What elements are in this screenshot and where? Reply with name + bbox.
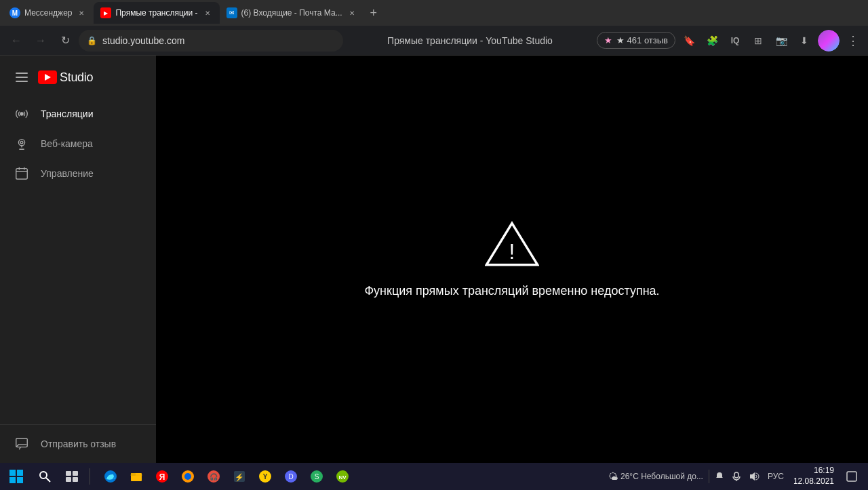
back-button[interactable]: ← bbox=[5, 30, 27, 52]
forward-button[interactable]: → bbox=[30, 30, 52, 52]
taskbar-pinned-apps: Я 🎧 ⚡ Y bbox=[98, 464, 355, 489]
sidebar-manage-label: Управление bbox=[41, 168, 94, 179]
svg-text:⚡: ⚡ bbox=[235, 472, 244, 482]
send-feedback-label: Отправить отзыв bbox=[41, 438, 116, 449]
taskbar-explorer[interactable] bbox=[124, 464, 149, 489]
messenger-favicon: M bbox=[9, 7, 20, 18]
main-content: ! Функция прямых трансляций временно нед… bbox=[156, 56, 868, 463]
tab-messenger-title: Мессенджер bbox=[24, 8, 72, 18]
review-count: ★ 461 отзыв bbox=[616, 35, 668, 45]
tab-yt-studio-title: Прямые трансляции - bbox=[115, 8, 197, 18]
tab-messenger[interactable]: M Мессенджер ✕ bbox=[3, 2, 94, 24]
tray-volume[interactable] bbox=[746, 470, 762, 483]
tab-yt-studio[interactable]: ▶ Прямые трансляции - ✕ bbox=[94, 2, 219, 24]
start-button[interactable] bbox=[3, 464, 30, 489]
screenshot-button[interactable]: 📷 bbox=[772, 31, 791, 50]
svg-rect-2 bbox=[16, 81, 28, 82]
svg-rect-20 bbox=[73, 471, 78, 476]
taskbar-separator bbox=[90, 468, 90, 485]
bookmark-button[interactable]: 🔖 bbox=[679, 31, 698, 50]
language-text: РУС bbox=[768, 472, 784, 481]
svg-text:Я: Я bbox=[159, 472, 165, 482]
warning-icon: ! bbox=[485, 220, 539, 268]
taskbar-yandex-browser[interactable]: Y bbox=[253, 464, 277, 489]
date-display: 12.08.2021 bbox=[793, 476, 834, 487]
tab-yt-studio-close[interactable]: ✕ bbox=[202, 7, 213, 18]
download-button[interactable]: ⬇ bbox=[795, 31, 814, 50]
svg-rect-14 bbox=[17, 470, 23, 476]
lock-icon: 🔒 bbox=[87, 36, 97, 45]
sidebar-item-broadcasts[interactable]: Трансляции bbox=[0, 99, 156, 129]
avatar-circle bbox=[818, 30, 840, 52]
tab-bar: M Мессенджер ✕ ▶ Прямые трансляции - ✕ ✉… bbox=[0, 0, 868, 26]
extensions-button[interactable]: 🧩 bbox=[703, 31, 722, 50]
tab-mail-close[interactable]: ✕ bbox=[347, 7, 357, 18]
time-display: 16:19 bbox=[793, 466, 834, 476]
svg-rect-42 bbox=[734, 472, 738, 478]
yt-studio-favicon: ▶ bbox=[100, 7, 111, 18]
manage-icon bbox=[14, 165, 30, 182]
svg-rect-16 bbox=[17, 477, 23, 483]
tray-separator bbox=[709, 470, 709, 483]
sidebar-nav: Трансляции Веб-камера bbox=[0, 99, 156, 424]
broadcast-icon bbox=[14, 106, 30, 122]
svg-point-29 bbox=[184, 473, 191, 480]
taskbar-headphones-app[interactable]: 🎧 bbox=[201, 464, 226, 489]
svg-text:NV: NV bbox=[338, 474, 347, 481]
svg-rect-25 bbox=[131, 473, 136, 476]
profile-avatar[interactable] bbox=[818, 30, 840, 52]
weather-tray[interactable]: 🌤 26°C Небольшой до... bbox=[606, 470, 706, 483]
svg-point-5 bbox=[20, 141, 23, 144]
webcam-icon bbox=[14, 136, 30, 152]
browser-actions: ★ ★ 461 отзыв 🔖 🧩 IQ ⊞ 📷 ⬇ ⋮ bbox=[597, 30, 863, 52]
feedback-icon bbox=[14, 436, 30, 452]
tray-notifications[interactable] bbox=[712, 470, 727, 483]
svg-rect-19 bbox=[66, 471, 71, 476]
translate-button[interactable]: ⊞ bbox=[749, 31, 768, 50]
svg-rect-6 bbox=[16, 169, 28, 180]
taskbar-taskview[interactable] bbox=[60, 464, 84, 489]
taskbar-discord[interactable]: D bbox=[279, 464, 303, 489]
tab-mail[interactable]: ✉ (6) Входящие - Почта Ма... ✕ bbox=[220, 2, 364, 24]
taskbar-app1[interactable]: ⚡ bbox=[227, 464, 252, 489]
review-badge[interactable]: ★ ★ 461 отзыв bbox=[597, 32, 675, 49]
taskbar-app2[interactable]: S bbox=[304, 464, 329, 489]
sidebar-item-manage[interactable]: Управление bbox=[0, 159, 156, 188]
sidebar-item-webcam[interactable]: Веб-камера bbox=[0, 129, 156, 159]
error-container: ! Функция прямых трансляций временно нед… bbox=[364, 220, 659, 298]
taskbar-nvidia[interactable]: NV bbox=[330, 464, 355, 489]
refresh-button[interactable]: ↻ bbox=[54, 30, 76, 52]
studio-text: Studio bbox=[60, 70, 93, 85]
sidebar-header: Studio bbox=[0, 61, 156, 99]
new-tab-button[interactable]: + bbox=[364, 3, 383, 22]
sidebar-webcam-label: Веб-камера bbox=[41, 138, 93, 149]
taskbar-yandex[interactable]: Я bbox=[150, 464, 174, 489]
sidebar-broadcasts-label: Трансляции bbox=[41, 108, 93, 119]
browser-menu-button[interactable]: ⋮ bbox=[844, 31, 863, 50]
taskbar-search-button[interactable] bbox=[33, 464, 57, 489]
svg-text:D: D bbox=[288, 473, 293, 481]
svg-text:🎧: 🎧 bbox=[210, 472, 218, 481]
svg-rect-21 bbox=[66, 477, 71, 482]
hamburger-menu[interactable] bbox=[11, 66, 33, 88]
taskbar: Я 🎧 ⚡ Y bbox=[0, 463, 868, 490]
address-bar[interactable]: 🔒 studio.youtube.com bbox=[79, 30, 343, 52]
system-clock[interactable]: 16:19 12.08.2021 bbox=[789, 466, 838, 487]
app-body: Studio Трансляции bbox=[0, 56, 868, 463]
iq-button[interactable]: IQ bbox=[726, 31, 745, 50]
tab-messenger-close[interactable]: ✕ bbox=[76, 7, 87, 18]
send-feedback-button[interactable]: Отправить отзыв bbox=[14, 436, 142, 452]
tray-mic[interactable] bbox=[730, 470, 743, 483]
taskbar-firefox[interactable] bbox=[176, 464, 200, 489]
youtube-icon bbox=[38, 70, 57, 84]
svg-rect-0 bbox=[16, 73, 28, 74]
yt-studio-logo[interactable]: Studio bbox=[38, 70, 93, 85]
taskbar-edge[interactable] bbox=[98, 464, 123, 489]
notification-center-button[interactable] bbox=[841, 466, 863, 487]
error-message: Функция прямых трансляций временно недос… bbox=[364, 284, 659, 298]
svg-point-4 bbox=[18, 140, 24, 146]
tray-language[interactable]: РУС bbox=[765, 470, 787, 483]
svg-rect-1 bbox=[16, 77, 28, 78]
weather-text: 26°C Небольшой до... bbox=[620, 472, 703, 481]
svg-rect-13 bbox=[9, 470, 16, 476]
